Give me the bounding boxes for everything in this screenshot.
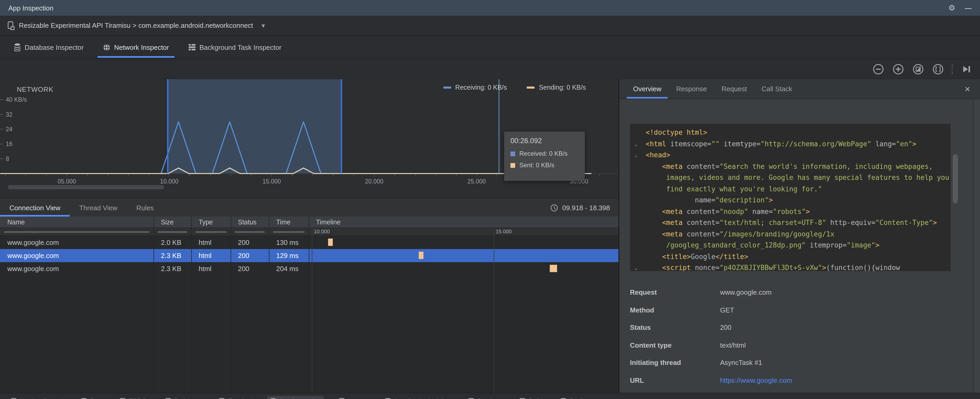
bottom-item-label: Problems [174, 397, 201, 399]
device-icon [7, 21, 15, 30]
cell-status: 200 [231, 236, 269, 249]
bottom-item-terminal[interactable]: Terminal [215, 396, 255, 399]
field-value: AsyncTask #1 [720, 359, 944, 367]
column-header-size[interactable]: Size [154, 217, 191, 228]
column-divider[interactable] [309, 217, 309, 393]
process-label: Resizable Experimental API Tiramisu > co… [19, 21, 253, 29]
hover-tooltip: 00:26.092 Received: 0 KB/s Sent: 0 KB/s [504, 132, 585, 181]
timeline-bar[interactable] [419, 252, 424, 259]
detail-field: Status200 [630, 319, 944, 336]
network-chart[interactable]: 05.00010.00015.00020.00025.00030.00040 K… [0, 79, 618, 198]
bottom-toolbar: Version ControlRunTODOProblemsTerminalAp… [0, 393, 980, 399]
skip-to-end-button[interactable] [960, 63, 973, 75]
detail-field: Requestwww.google.com [630, 284, 944, 301]
bottom-item-label: Profiler [570, 397, 590, 399]
response-code-viewer[interactable]: <!doctype html><html itemscope="" itemty… [630, 124, 951, 271]
column-header-timeline[interactable]: Timeline [309, 217, 618, 228]
column-range-bar[interactable] [158, 231, 187, 233]
column-divider[interactable] [231, 217, 231, 393]
tab-connection-view[interactable]: Connection View [0, 199, 70, 217]
bottom-item-label: Services [477, 397, 501, 399]
code-line: name="description"> [646, 195, 948, 206]
column-divider[interactable] [191, 217, 192, 393]
table-row[interactable]: www.google.com2.0 KBhtml200130 ms [0, 236, 618, 249]
tab-request[interactable]: Request [714, 79, 754, 99]
column-divider[interactable] [269, 217, 269, 393]
column-header-name[interactable]: Name [0, 217, 154, 228]
fold-marker-icon[interactable]: ⌄ [634, 138, 640, 149]
table-row[interactable]: www.google.com2.3 KBhtml200129 ms [0, 249, 618, 262]
tab-database-inspector[interactable]: Database Inspector [6, 36, 91, 59]
url-link[interactable]: https://www.google.com [720, 377, 944, 384]
sent-swatch-icon [511, 163, 515, 168]
tool-window-icon [119, 398, 126, 399]
y-tick-label: 8 [6, 155, 9, 162]
chart-range-scrollbar [8, 185, 164, 189]
scrollbar-thumb[interactable] [953, 154, 958, 203]
bottom-item-logcat[interactable]: Logcat [336, 396, 370, 399]
tab-background-task-inspector[interactable]: Background Task Inspector [181, 36, 289, 59]
fold-marker-icon[interactable]: ⌄ [634, 149, 640, 161]
tab-response[interactable]: Response [669, 79, 714, 99]
cell-name: www.google.com [0, 236, 154, 249]
column-range-bar[interactable] [273, 231, 304, 233]
column-header-status[interactable]: Status [231, 217, 269, 228]
y-tick-label: 24 [6, 126, 13, 132]
detail-body: <!doctype html><html itemscope="" itemty… [619, 99, 980, 393]
cell-type: html [191, 262, 231, 275]
close-icon[interactable]: ✕ [961, 85, 974, 93]
tool-window-icon [385, 398, 391, 399]
panel-scrollbar-track[interactable] [973, 99, 980, 393]
zoom-out-button[interactable] [872, 63, 885, 75]
tooltip-sent: Sent: 0 KB/s [511, 161, 579, 169]
bottom-item-services[interactable]: Services [465, 396, 504, 399]
code-line: <meta content="noodp" name="robots"> [646, 206, 948, 217]
column-divider[interactable] [154, 217, 154, 393]
column-header-time[interactable]: Time [269, 217, 309, 228]
tab-overview[interactable]: Overview [626, 79, 669, 99]
column-range-bar[interactable] [4, 231, 150, 233]
tooltip-time: 00:26.092 [511, 137, 579, 145]
code-line: <html itemscope="" itemtype="http://sche… [646, 138, 948, 149]
fold-marker-icon[interactable]: ⌄ [634, 262, 640, 271]
y-tick-label: 32 [6, 111, 13, 118]
column-range-bar[interactable] [196, 231, 226, 233]
field-label: Status [630, 324, 720, 332]
tab-thread-view[interactable]: Thread View [70, 199, 127, 217]
bottom-item-app-quality-insights[interactable]: App Quality Insights [382, 396, 453, 399]
chart-title: NETWORK [17, 85, 54, 93]
timeline-bar[interactable] [550, 265, 557, 272]
zoom-to-selection-button[interactable] [932, 63, 944, 75]
gear-icon[interactable]: ⚙ [948, 3, 955, 13]
column-range-bar[interactable] [235, 231, 265, 233]
bottom-item-app-inspection[interactable]: App Inspection [266, 396, 324, 399]
code-line: <meta content="/images/branding/googleg/… [646, 228, 948, 239]
tab-call-stack[interactable]: Call Stack [754, 79, 799, 99]
bottom-item-todo[interactable]: TODO [116, 396, 150, 399]
minimize-icon[interactable]: — [965, 4, 972, 12]
zoom-in-button[interactable] [892, 63, 905, 75]
reset-zoom-button[interactable] [912, 63, 924, 75]
bottom-item-label: Build [528, 397, 542, 399]
bottom-item-profiler[interactable]: Profiler [557, 396, 593, 399]
network-panel: 05.00010.00015.00020.00025.00030.00040 K… [0, 79, 618, 393]
receiving-swatch-icon [443, 86, 451, 89]
clock-icon [550, 204, 558, 212]
tab-network-inspector[interactable]: Network Inspector [95, 36, 177, 59]
bottom-item-version-control[interactable]: Version Control [7, 396, 66, 399]
table-row[interactable]: www.google.com2.3 KBhtml200204 ms [0, 262, 618, 275]
column-header-type[interactable]: Type [191, 217, 231, 228]
detail-field: Content typetext/html [630, 336, 944, 354]
window-title: App Inspection [8, 4, 54, 12]
process-selector[interactable]: Resizable Experimental API Tiramisu > co… [0, 16, 980, 36]
bottom-item-build[interactable]: Build [516, 396, 546, 399]
tab-rules[interactable]: Rules [127, 199, 163, 217]
bottom-item-label: Run [90, 397, 102, 399]
timeline-bar[interactable] [328, 239, 333, 246]
cell-name: www.google.com [0, 262, 154, 275]
chart-toolbar [0, 59, 980, 79]
bottom-item-run[interactable]: Run [78, 396, 105, 399]
window-titlebar: App Inspection ⚙ — [0, 0, 980, 16]
bottom-item-problems[interactable]: Problems [162, 396, 204, 399]
cell-status: 200 [231, 262, 269, 275]
